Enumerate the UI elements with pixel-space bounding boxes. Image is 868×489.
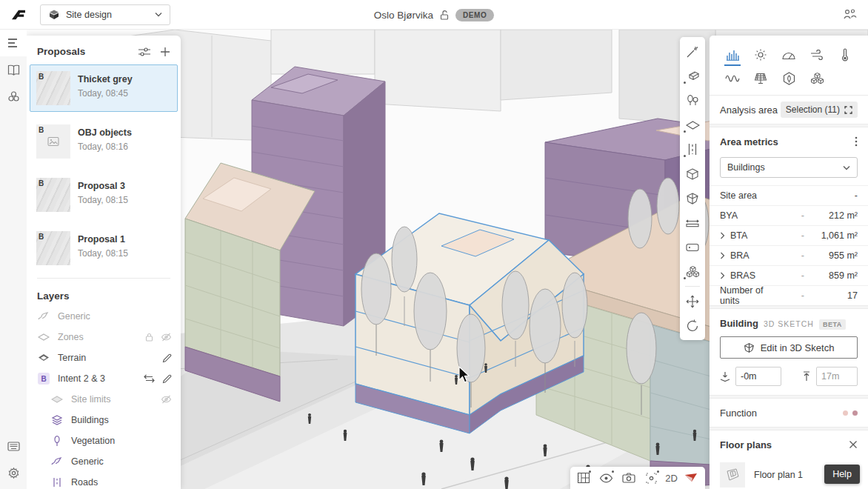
swap-arrows-icon[interactable] [144, 374, 155, 383]
selection-pill[interactable]: Selection (11) [781, 102, 858, 118]
focus-selection-button[interactable] [643, 469, 661, 487]
zone-diamond-icon [37, 333, 50, 341]
rail-proposals-button[interactable] [0, 30, 27, 56]
chevron-right-icon[interactable] [720, 232, 730, 239]
tab-sun[interactable] [747, 43, 775, 67]
tab-embodied-carbon[interactable] [775, 67, 803, 90]
objects-group-tool[interactable] [680, 259, 705, 284]
pencil-icon[interactable] [162, 374, 172, 384]
compass-north-icon[interactable] [682, 469, 700, 487]
metric-row-bras[interactable]: BRAS - 859 m² [710, 265, 868, 285]
proposal-thumbnail: B [36, 178, 70, 212]
edit-3d-sketch-button[interactable]: Edit in 3D Sketch [720, 336, 858, 359]
metrics-category-dropdown[interactable]: Buildings [720, 157, 858, 178]
function-dot-1 [843, 410, 848, 416]
rail-shortcuts-button[interactable] [0, 433, 27, 459]
filter-sliders-icon[interactable] [138, 47, 151, 57]
tab-thermal[interactable] [831, 43, 859, 67]
sketch-tool[interactable] [680, 186, 705, 210]
proposals-panel: Proposals B Thicket grey Today, 08:45 B [27, 36, 181, 489]
layer-zones[interactable]: Zones [27, 327, 181, 347]
tab-solar-panels[interactable] [747, 67, 775, 90]
layer-buildings[interactable]: Buildings [27, 410, 181, 430]
pencil-icon[interactable] [162, 353, 172, 363]
help-button[interactable]: Help [824, 465, 860, 484]
rotate-tool[interactable] [680, 313, 705, 338]
image-placeholder-icon [47, 137, 59, 147]
kebab-menu-icon[interactable] [855, 136, 858, 147]
tab-wind[interactable] [803, 43, 831, 67]
proposal-item-proposal-1[interactable]: B Proposal 1 Today, 08:15 [30, 224, 178, 272]
building-section-title: Building [720, 318, 758, 329]
tab-massing[interactable] [803, 67, 831, 90]
project-title: Oslo Bjørvika [374, 10, 433, 21]
close-icon[interactable] [849, 440, 858, 449]
vegetation-tool[interactable] [680, 88, 705, 113]
zone-tool[interactable] [680, 113, 705, 137]
camera-button[interactable] [620, 469, 638, 487]
layer-roads[interactable]: Roads [27, 472, 181, 489]
road-tool[interactable] [680, 137, 705, 162]
app-window: Site design Oslo Bjørvika DEMO [0, 0, 868, 489]
proposal-item-proposal-3[interactable]: B Proposal 3 Today, 08:15 [30, 171, 178, 219]
chevron-down-icon [843, 165, 850, 170]
function-row[interactable]: Function [710, 399, 868, 427]
keyboard-icon [7, 442, 20, 451]
workspace-selector[interactable]: Site design [40, 4, 170, 25]
measure-tool[interactable] [680, 210, 705, 235]
zone-diamond-icon [50, 396, 64, 403]
rail-settings-button[interactable] [0, 459, 27, 486]
collaborators-icon[interactable] [843, 7, 858, 21]
label-tool[interactable] [680, 235, 705, 259]
floor-plan-thumbnail [720, 462, 745, 488]
analysis-tabs [710, 36, 868, 95]
add-proposal-icon[interactable] [160, 47, 170, 57]
metric-row-bta[interactable]: BTA - 1,061 m² [710, 225, 868, 245]
tab-daylight[interactable] [775, 43, 803, 67]
layers-title: Layers [27, 285, 181, 306]
chevron-right-icon[interactable] [720, 272, 730, 279]
building-mode-label: 3D SKETCH [764, 319, 814, 328]
rail-library-button[interactable] [0, 56, 27, 83]
floor-plans-title: Floor plans [720, 439, 849, 450]
analysis-area-label: Analysis area [720, 104, 781, 116]
layer-vegetation[interactable]: Vegetation [27, 430, 181, 451]
viewport-controls: 2D [570, 467, 705, 489]
lock-icon [145, 333, 153, 342]
total-height-input[interactable] [816, 367, 858, 386]
proposal-time: Today, 08:16 [78, 142, 132, 152]
proposal-time: Today, 08:15 [78, 248, 128, 259]
layer-site-limits[interactable]: Site limits [27, 389, 181, 410]
workspace-label: Site design [66, 10, 149, 20]
volume-tool[interactable] [680, 162, 705, 186]
metric-row-bra[interactable]: BRA - 955 m² [710, 245, 868, 265]
visibility-button[interactable] [598, 469, 615, 487]
forma-logo[interactable] [10, 8, 27, 21]
eye-off-icon[interactable] [161, 395, 172, 404]
tab-area-metrics[interactable] [718, 43, 747, 67]
sketch-cube-icon [744, 342, 755, 353]
magic-wand-tool[interactable] [680, 39, 705, 64]
proposal-time: Today, 08:45 [78, 88, 133, 99]
panel-divider [37, 278, 170, 279]
tab-noise[interactable] [718, 67, 747, 90]
site-design-icon [48, 9, 60, 21]
grid-view-button[interactable] [575, 469, 592, 487]
unlock-icon[interactable] [439, 10, 450, 21]
building-tool[interactable] [680, 64, 705, 88]
move-tool[interactable] [680, 289, 705, 313]
mode-2d-button[interactable]: 2D [665, 473, 678, 484]
layer-terrain[interactable]: Terrain [27, 347, 181, 368]
metric-row-site-area: Site area - [710, 185, 868, 205]
scribble-icon [37, 311, 50, 322]
proposal-item-obj-objects[interactable]: B OBJ objects Today, 08:16 [30, 118, 178, 165]
rail-assets-button[interactable] [0, 83, 27, 110]
function-label: Function [720, 408, 838, 419]
layer-generic-2[interactable]: Generic [27, 451, 181, 472]
proposal-item-thicket-grey[interactable]: B Thicket grey Today, 08:45 [30, 64, 178, 112]
base-height-input[interactable] [735, 367, 781, 386]
layer-intent-2-3[interactable]: B Intent 2 & 3 [27, 368, 181, 389]
eye-off-icon[interactable] [161, 333, 172, 342]
layer-generic-1[interactable]: Generic [27, 306, 181, 327]
chevron-right-icon[interactable] [720, 252, 730, 259]
